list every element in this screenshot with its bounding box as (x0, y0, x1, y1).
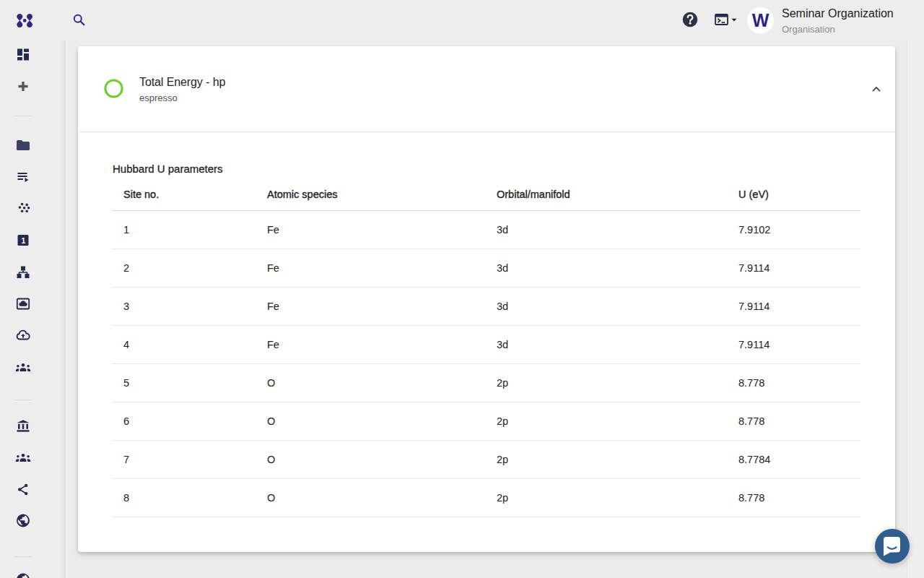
svg-text:1: 1 (21, 236, 25, 245)
